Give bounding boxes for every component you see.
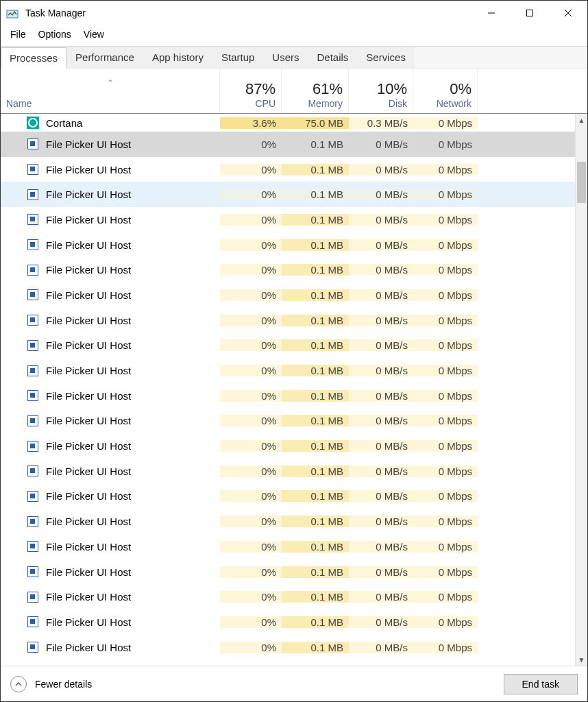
disk-cell: 0 MB/s bbox=[349, 214, 413, 226]
tab-startup[interactable]: Startup bbox=[212, 47, 263, 68]
cpu-cell: 0% bbox=[220, 164, 282, 176]
table-row[interactable]: File Picker UI Host0%0.1 MB0 MB/s0 Mbps bbox=[1, 459, 575, 484]
generic-app-icon bbox=[27, 213, 39, 226]
process-name: File Picker UI Host bbox=[46, 440, 131, 452]
cpu-cell: 0% bbox=[220, 365, 282, 376]
memory-cell: 0.1 MB bbox=[282, 339, 349, 351]
tab-processes[interactable]: Processes bbox=[1, 47, 66, 69]
table-row[interactable]: File Picker UI Host0%0.1 MB0 MB/s0 Mbps bbox=[1, 207, 575, 232]
disk-cell: 0 MB/s bbox=[349, 440, 413, 452]
table-row[interactable]: File Picker UI Host0%0.1 MB0 MB/s0 Mbps bbox=[1, 484, 575, 509]
scroll-thumb[interactable] bbox=[577, 162, 586, 203]
scroll-up-button[interactable]: ▲ bbox=[576, 114, 587, 126]
cpu-cell: 0% bbox=[220, 138, 282, 150]
table-row[interactable]: File Picker UI Host0%0.1 MB0 MB/s0 Mbps bbox=[1, 358, 575, 383]
process-name: File Picker UI Host bbox=[46, 465, 131, 477]
table-row[interactable]: File Picker UI Host0%0.1 MB0 MB/s0 Mbps bbox=[1, 534, 575, 559]
table-row[interactable]: File Picker UI Host0%0.1 MB0 MB/s0 Mbps bbox=[1, 257, 575, 282]
network-cell: 0 Mbps bbox=[413, 616, 478, 628]
process-name-cell: File Picker UI Host bbox=[1, 138, 220, 150]
disk-cell: 0 MB/s bbox=[349, 415, 413, 426]
process-name-cell: File Picker UI Host bbox=[1, 591, 220, 603]
header-network-label: Network bbox=[419, 98, 471, 109]
menu-file[interactable]: File bbox=[5, 27, 32, 42]
maximize-button[interactable] bbox=[511, 1, 549, 25]
end-task-button[interactable]: End task bbox=[504, 674, 578, 694]
scroll-down-button[interactable]: ▼ bbox=[576, 653, 587, 666]
fewer-details-toggle[interactable]: Fewer details bbox=[10, 676, 92, 692]
generic-app-icon bbox=[27, 616, 39, 628]
tab-services[interactable]: Services bbox=[357, 47, 415, 68]
header-disk[interactable]: 10% Disk bbox=[349, 69, 413, 113]
table-row[interactable]: File Picker UI Host0%0.1 MB0 MB/s0 Mbps bbox=[1, 232, 575, 258]
memory-cell: 0.1 MB bbox=[282, 365, 349, 376]
cpu-usage-pct: 87% bbox=[225, 80, 275, 98]
disk-cell: 0 MB/s bbox=[349, 138, 413, 150]
process-name-cell: File Picker UI Host bbox=[1, 314, 220, 326]
network-cell: 0 Mbps bbox=[413, 339, 478, 351]
table-row[interactable]: File Picker UI Host0%0.1 MB0 MB/s0 Mbps bbox=[1, 282, 575, 308]
network-cell: 0 Mbps bbox=[413, 566, 478, 578]
table-row[interactable]: Cortana3.6%75.0 MB0.3 MB/s0 Mbps bbox=[1, 114, 575, 132]
network-cell: 0 Mbps bbox=[413, 642, 478, 653]
process-name: File Picker UI Host bbox=[46, 490, 131, 502]
process-name-cell: File Picker UI Host bbox=[1, 365, 220, 377]
table-row[interactable]: File Picker UI Host0%0.1 MB0 MB/s0 Mbps bbox=[1, 383, 575, 409]
header-cpu[interactable]: 87% CPU bbox=[220, 69, 282, 113]
tab-details[interactable]: Details bbox=[308, 47, 358, 68]
table-row[interactable]: File Picker UI Host0%0.1 MB0 MB/s0 Mbps bbox=[1, 584, 575, 609]
generic-app-icon bbox=[27, 566, 39, 578]
network-cell: 0 Mbps bbox=[413, 289, 478, 301]
table-row[interactable]: File Picker UI Host0%0.1 MB0 MB/s0 Mbps bbox=[1, 433, 575, 459]
memory-cell: 0.1 MB bbox=[282, 616, 349, 628]
column-headers: ⌃ Name 87% CPU 61% Memory 10% Disk 0% Ne… bbox=[1, 69, 587, 114]
generic-app-icon bbox=[27, 264, 39, 276]
menu-view[interactable]: View bbox=[78, 27, 110, 42]
network-cell: 0 Mbps bbox=[413, 239, 478, 251]
generic-app-icon bbox=[27, 465, 39, 477]
minimize-button[interactable] bbox=[472, 1, 511, 25]
network-cell: 0 Mbps bbox=[413, 591, 478, 603]
tab-performance[interactable]: Performance bbox=[66, 47, 143, 68]
sort-ascending-icon: ⌃ bbox=[107, 78, 114, 88]
disk-cell: 0 MB/s bbox=[349, 164, 413, 176]
table-row[interactable]: File Picker UI Host0%0.1 MB0 MB/s0 Mbps bbox=[1, 157, 575, 182]
menu-options[interactable]: Options bbox=[33, 27, 77, 42]
table-row[interactable]: File Picker UI Host0%0.1 MB0 MB/s0 Mbps bbox=[1, 509, 575, 534]
table-row[interactable]: File Picker UI Host0%0.1 MB0 MB/s0 Mbps bbox=[1, 559, 575, 585]
table-row[interactable]: File Picker UI Host0%0.1 MB0 MB/s0 Mbps bbox=[1, 609, 575, 635]
process-name-cell: File Picker UI Host bbox=[1, 415, 220, 427]
process-name-cell: File Picker UI Host bbox=[1, 239, 220, 251]
process-name-cell: File Picker UI Host bbox=[1, 264, 220, 276]
disk-cell: 0 MB/s bbox=[349, 616, 413, 628]
chevron-up-icon bbox=[10, 676, 27, 692]
tab-users[interactable]: Users bbox=[263, 47, 308, 68]
table-row[interactable]: File Picker UI Host0%0.1 MB0 MB/s0 Mbps bbox=[1, 409, 575, 434]
cpu-cell: 0% bbox=[220, 591, 282, 603]
header-network[interactable]: 0% Network bbox=[413, 69, 478, 113]
table-row[interactable]: File Picker UI Host0%0.1 MB0 MB/s0 Mbps bbox=[1, 333, 575, 359]
table-row[interactable]: File Picker UI Host0%0.1 MB0 MB/s0 Mbps bbox=[1, 182, 575, 207]
table-row[interactable]: File Picker UI Host0%0.1 MB0 MB/s0 Mbps bbox=[1, 635, 575, 660]
process-list[interactable]: Cortana3.6%75.0 MB0.3 MB/s0 MbpsFile Pic… bbox=[1, 114, 575, 666]
taskmgr-icon bbox=[6, 7, 19, 19]
process-name: File Picker UI Host bbox=[46, 591, 131, 603]
header-memory[interactable]: 61% Memory bbox=[282, 69, 349, 113]
cpu-cell: 0% bbox=[220, 390, 282, 402]
tab-apphistory[interactable]: App history bbox=[143, 47, 212, 68]
disk-cell: 0 MB/s bbox=[349, 541, 413, 553]
table-row[interactable]: File Picker UI Host0%0.1 MB0 MB/s0 Mbps bbox=[1, 308, 575, 333]
memory-cell: 0.1 MB bbox=[282, 189, 349, 200]
process-name-cell: Cortana bbox=[1, 117, 220, 129]
process-name: File Picker UI Host bbox=[46, 415, 131, 426]
disk-cell: 0 MB/s bbox=[349, 365, 413, 376]
vertical-scrollbar[interactable]: ▲ ▼ bbox=[575, 114, 587, 666]
header-name[interactable]: ⌃ Name bbox=[1, 69, 220, 113]
cpu-cell: 0% bbox=[220, 214, 282, 226]
memory-cell: 0.1 MB bbox=[282, 591, 349, 603]
close-button[interactable] bbox=[549, 1, 587, 25]
process-name-cell: File Picker UI Host bbox=[1, 189, 220, 201]
table-row[interactable]: File Picker UI Host0%0.1 MB0 MB/s0 Mbps bbox=[1, 132, 575, 157]
memory-cell: 0.1 MB bbox=[282, 289, 349, 301]
process-name-cell: File Picker UI Host bbox=[1, 641, 220, 653]
